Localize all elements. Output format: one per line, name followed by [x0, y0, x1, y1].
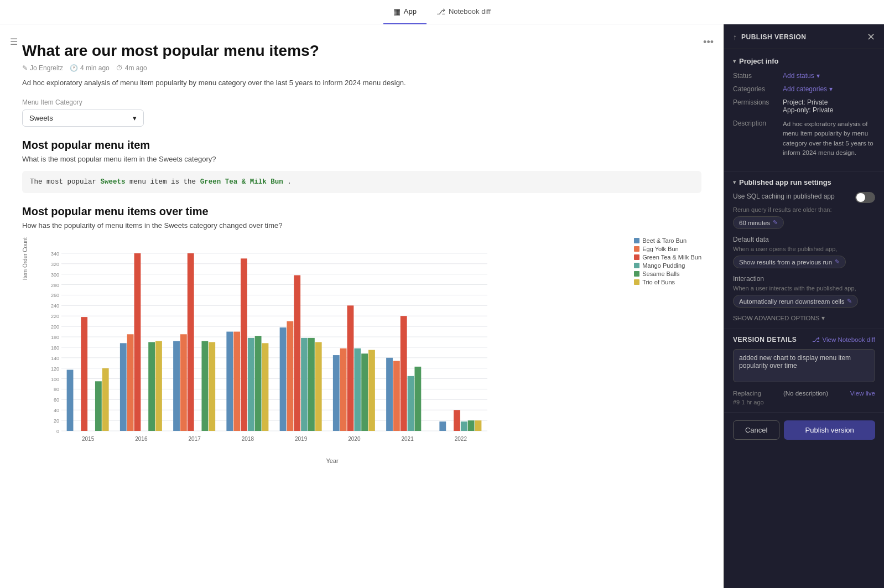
author-info: ✎ Jo Engreitz [22, 64, 63, 72]
add-status-button[interactable]: Add status ▾ [783, 72, 875, 80]
legend-item: Egg Yolk Bun [634, 246, 701, 252]
permissions-value: Project: Private App-only: Private [783, 98, 875, 114]
default-data-button[interactable]: Show results from a previous run ✎ [733, 256, 846, 268]
description-label: Description [733, 119, 783, 158]
svg-text:2021: 2021 [402, 436, 414, 442]
svg-text:20: 20 [54, 418, 59, 424]
advanced-chevron-icon: ▾ [821, 314, 825, 322]
svg-text:2022: 2022 [455, 436, 467, 442]
page-description: Ad hoc exploratory analysis of menu item… [22, 77, 701, 89]
svg-rect-83 [468, 420, 475, 431]
permissions-label: Permissions [733, 98, 783, 114]
svg-rect-43 [134, 253, 141, 430]
right-panel: ↑ PUBLISH VERSION ✕ ▾ Project info Statu… [724, 24, 884, 588]
author-icon: ✎ [22, 64, 28, 72]
legend-label: Egg Yolk Bun [642, 246, 678, 252]
legend-item: Trio of Buns [634, 279, 701, 285]
tab-notebook-diff[interactable]: ⎇ Notebook diff [427, 0, 501, 24]
advanced-options-row[interactable]: SHOW ADVANCED OPTIONS ▾ [733, 314, 875, 322]
legend-color [634, 246, 639, 252]
run-info: ⏱ 4m ago [116, 64, 147, 72]
close-panel-button[interactable]: ✕ [867, 32, 875, 42]
notebook-diff-icon: ⎇ [436, 7, 445, 16]
version-notes-textarea[interactable]: added new chart to display menu item pop… [733, 349, 875, 382]
project-info-header: ▾ Project info [733, 57, 875, 65]
chart-wrap: Item Order Count 02040608010012014016018… [22, 237, 701, 464]
add-status-text: Add status [783, 72, 814, 80]
sql-caching-label: Use SQL caching in published app [733, 192, 835, 200]
interaction-button[interactable]: Automatically rerun downstream cells ✎ [733, 295, 858, 308]
svg-rect-74 [386, 357, 393, 430]
svg-text:140: 140 [51, 355, 59, 361]
chart-x-label: Year [39, 457, 625, 464]
more-options-button[interactable]: ••• [701, 34, 716, 50]
page-meta: ✎ Jo Engreitz 🕐 4 min ago ⏱ 4m ago [22, 64, 701, 72]
advanced-options-label: SHOW ADVANCED OPTIONS [733, 315, 819, 321]
svg-rect-63 [301, 337, 308, 430]
svg-rect-80 [439, 422, 446, 431]
svg-rect-37 [81, 317, 87, 431]
edit-interaction-icon: ✎ [847, 298, 852, 305]
app-icon: ▦ [393, 7, 401, 16]
add-categories-button[interactable]: Add categories ▾ [783, 85, 875, 93]
svg-rect-67 [333, 355, 340, 431]
cancel-button[interactable]: Cancel [733, 420, 779, 440]
replacing-value: (No description) [783, 390, 828, 397]
svg-rect-60 [280, 327, 287, 431]
svg-rect-56 [248, 337, 254, 430]
svg-rect-75 [393, 361, 400, 431]
svg-rect-68 [340, 348, 347, 430]
version-details-title: VERSION DETAILS [733, 336, 797, 344]
main-layout: ☰ ••• What are our most popular menu ite… [0, 24, 884, 588]
panel-footer: Cancel Publish version [724, 413, 884, 447]
sidebar-toggle-button[interactable]: ☰ [8, 34, 20, 49]
svg-text:160: 160 [51, 345, 59, 350]
publish-button[interactable]: Publish version [784, 420, 875, 440]
svg-rect-42 [127, 334, 134, 431]
replacing-number: #9 1 hr ago [733, 399, 875, 405]
edit-threshold-icon: ✎ [773, 219, 778, 226]
code-text1: The most popular [30, 178, 96, 186]
legend-item: Beet & Taro Bun [634, 237, 701, 244]
categories-row: Categories Add categories ▾ [733, 85, 875, 93]
svg-rect-76 [401, 316, 407, 431]
svg-rect-47 [173, 341, 180, 430]
svg-text:2017: 2017 [189, 436, 201, 442]
run-time: 4m ago [125, 64, 147, 72]
project-permissions: Project: Private [783, 98, 875, 106]
sql-caching-setting: Use SQL caching in published app Rerun q… [733, 192, 875, 229]
svg-text:0: 0 [56, 429, 59, 434]
project-info-section: ▾ Project info Status Add status ▾ Categ… [724, 49, 884, 171]
description-row: Description Ad hoc exploratory analysis … [733, 119, 875, 158]
svg-text:320: 320 [51, 261, 59, 267]
svg-text:200: 200 [51, 324, 59, 330]
project-info-chevron: ▾ [733, 58, 736, 64]
svg-rect-72 [368, 350, 375, 430]
category-dropdown[interactable]: Sweets ▾ [22, 110, 144, 127]
sql-rerun-sublabel: Rerun query if results are older than: [733, 206, 875, 213]
view-live-link[interactable]: View live [850, 390, 875, 397]
chevron-down-icon: ▾ [133, 114, 137, 122]
interaction-sublabel: When a user interacts with the published… [733, 285, 875, 292]
svg-rect-58 [262, 343, 269, 431]
sql-caching-toggle[interactable] [855, 192, 875, 203]
rerun-threshold-button[interactable]: 60 minutes ✎ [733, 216, 784, 229]
sql-caching-row: Use SQL caching in published app [733, 192, 875, 203]
version-header-row: VERSION DETAILS ⎇ View Notebook diff [733, 336, 875, 344]
legend-color [634, 238, 639, 243]
svg-text:40: 40 [54, 408, 59, 413]
svg-text:2019: 2019 [295, 436, 308, 442]
param-label: Menu Item Category [22, 98, 701, 106]
svg-text:2020: 2020 [348, 436, 361, 442]
section1-title: Most popular menu item [22, 139, 701, 152]
svg-rect-36 [67, 370, 74, 431]
svg-rect-84 [475, 420, 482, 431]
replacing-label: Replacing [733, 390, 761, 397]
legend-color [634, 254, 639, 260]
notebook-diff-link[interactable]: ⎇ View Notebook diff [812, 336, 875, 344]
author-name: Jo Engreitz [30, 64, 63, 72]
chevron-categories-icon: ▾ [829, 85, 833, 93]
svg-rect-41 [120, 343, 127, 431]
svg-rect-39 [102, 368, 109, 430]
tab-app[interactable]: ▦ App [383, 0, 427, 24]
